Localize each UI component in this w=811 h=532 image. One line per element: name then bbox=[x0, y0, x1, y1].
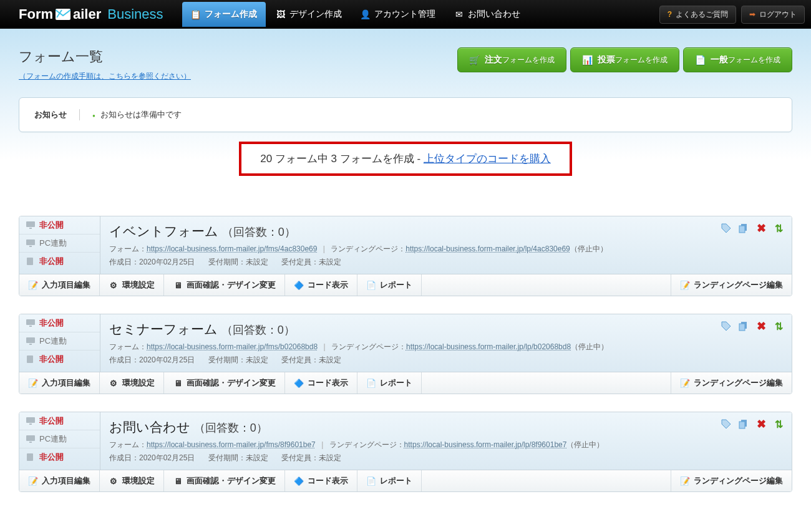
notice-box: お知らせ ●お知らせは準備中です bbox=[19, 97, 792, 132]
action-report[interactable]: 📄レポート bbox=[357, 274, 422, 296]
create-button-0[interactable]: 🛒注文フォームを作成 bbox=[457, 47, 566, 72]
action-env[interactable]: ⚙環境設定 bbox=[100, 274, 164, 296]
status-lp-visibility[interactable]: 非公開 bbox=[19, 448, 100, 466]
nav-tab-3[interactable]: ✉お問い合わせ bbox=[445, 2, 529, 27]
status-lp-visibility[interactable]: 非公開 bbox=[19, 351, 100, 368]
code-icon: 🔷 bbox=[294, 280, 304, 290]
quota-link[interactable]: 上位タイプのコードを購入 bbox=[424, 153, 551, 165]
delete-icon[interactable]: ✖ bbox=[755, 418, 767, 430]
svg-rect-18 bbox=[29, 442, 32, 443]
action-report[interactable]: 📄レポート bbox=[357, 470, 422, 491]
doc-icon bbox=[26, 453, 36, 462]
create-buttons: 🛒注文フォームを作成📊投票フォームを作成📄一般フォームを作成 bbox=[457, 47, 792, 72]
status-lp-visibility[interactable]: 非公開 bbox=[19, 253, 100, 270]
logo[interactable]: Form ailer Business bbox=[19, 6, 163, 22]
status-column: 非公開 PC連動 非公開 bbox=[19, 412, 100, 470]
action-design[interactable]: 🖥画面確認・デザイン変更 bbox=[164, 372, 285, 394]
action-env[interactable]: ⚙環境設定 bbox=[100, 372, 164, 394]
tag-icon[interactable] bbox=[721, 321, 732, 332]
form-title: お問い合わせ （回答数：0） bbox=[109, 418, 783, 436]
nav-tab-1[interactable]: 🖼デザイン作成 bbox=[267, 2, 351, 27]
nav-tabs: 📋フォーム作成🖼デザイン作成👤アカウント管理✉お問い合わせ bbox=[182, 2, 529, 27]
copy-icon[interactable] bbox=[738, 223, 749, 234]
help-link[interactable]: （フォームの作成手順は、こちらを参照ください） bbox=[19, 72, 191, 80]
action-edit-items[interactable]: 📝入力項目編集 bbox=[19, 274, 100, 296]
form-url-link[interactable]: https://local-business.form-mailer.jp/fm… bbox=[147, 342, 318, 351]
action-report[interactable]: 📄レポート bbox=[357, 372, 422, 394]
status-visibility[interactable]: 非公開 bbox=[19, 412, 100, 430]
doc-icon bbox=[26, 257, 36, 266]
lp-url-link[interactable]: https://local-business.form-mailer.jp/lp… bbox=[404, 440, 567, 449]
form-url-link[interactable]: https://local-business.form-mailer.jp/fm… bbox=[147, 440, 316, 449]
monitor-icon bbox=[26, 337, 36, 346]
action-design[interactable]: 🖥画面確認・デザイン変更 bbox=[164, 470, 285, 491]
delete-icon[interactable]: ✖ bbox=[755, 223, 767, 234]
form-meta: 作成日：2020年02月25日 受付期間：未設定 受付定員：未設定 bbox=[109, 453, 783, 463]
create-icon: 🛒 bbox=[469, 55, 480, 65]
move-icon[interactable]: ⇅ bbox=[773, 223, 784, 234]
create-button-2[interactable]: 📄一般フォームを作成 bbox=[683, 47, 792, 72]
action-lp-edit[interactable]: 📝ランディングページ編集 bbox=[671, 372, 792, 394]
tab-icon: 👤 bbox=[361, 9, 371, 19]
move-icon[interactable]: ⇅ bbox=[773, 418, 784, 430]
svg-rect-4 bbox=[29, 246, 32, 247]
nav-tab-2[interactable]: 👤アカウント管理 bbox=[352, 2, 444, 27]
lp-edit-icon: 📝 bbox=[680, 476, 690, 486]
form-urls: フォーム：https://local-business.form-mailer.… bbox=[109, 244, 783, 254]
edit-icon: 📝 bbox=[28, 280, 38, 290]
action-lp-edit[interactable]: 📝ランディングページ編集 bbox=[671, 274, 792, 296]
action-edit-items[interactable]: 📝入力項目編集 bbox=[19, 470, 100, 491]
preview-icon: 🖥 bbox=[173, 280, 183, 290]
form-url-link[interactable]: https://local-business.form-mailer.jp/fm… bbox=[147, 244, 317, 253]
create-button-1[interactable]: 📊投票フォームを作成 bbox=[570, 47, 679, 72]
action-design[interactable]: 🖥画面確認・デザイン変更 bbox=[164, 274, 285, 296]
action-code[interactable]: 🔷コード表示 bbox=[285, 372, 357, 394]
notice-body: ●お知らせは準備中です bbox=[92, 109, 182, 120]
status-pc-link[interactable]: PC連動 bbox=[19, 235, 100, 253]
monitor-icon bbox=[26, 435, 36, 443]
svg-rect-17 bbox=[26, 435, 35, 441]
action-env[interactable]: ⚙環境設定 bbox=[100, 470, 164, 491]
tab-icon: ✉ bbox=[454, 9, 464, 19]
logout-icon: ➡ bbox=[749, 10, 755, 19]
action-bar: 📝入力項目編集 ⚙環境設定 🖥画面確認・デザイン変更 🔷コード表示 📄レポート … bbox=[19, 372, 792, 394]
svg-rect-16 bbox=[29, 423, 32, 425]
form-meta: 作成日：2020年02月25日 受付期間：未設定 受付定員：未設定 bbox=[109, 355, 783, 365]
lp-url-link[interactable]: https://local-business.form-mailer.jp/lp… bbox=[406, 342, 571, 351]
status-visibility[interactable]: 非公開 bbox=[19, 216, 100, 235]
tag-icon[interactable] bbox=[721, 418, 732, 430]
preview-icon: 🖥 bbox=[173, 476, 183, 486]
mail-icon bbox=[56, 9, 70, 20]
status-column: 非公開 PC連動 非公開 bbox=[19, 216, 100, 274]
monitor-icon bbox=[26, 417, 36, 425]
status-pc-link[interactable]: PC連動 bbox=[19, 332, 100, 351]
copy-icon[interactable] bbox=[738, 321, 749, 332]
code-icon: 🔷 bbox=[294, 476, 304, 486]
logout-label: ログアウト bbox=[759, 9, 797, 20]
create-icon: 📊 bbox=[582, 55, 593, 65]
preview-icon: 🖥 bbox=[173, 378, 183, 388]
action-code[interactable]: 🔷コード表示 bbox=[285, 274, 357, 296]
action-lp-edit[interactable]: 📝ランディングページ編集 bbox=[671, 470, 792, 491]
faq-button[interactable]: ? よくあるご質問 bbox=[659, 6, 736, 24]
action-edit-items[interactable]: 📝入力項目編集 bbox=[19, 372, 100, 394]
status-pc-link[interactable]: PC連動 bbox=[19, 430, 100, 448]
tag-icon[interactable] bbox=[721, 223, 732, 234]
form-card: 非公開 PC連動 非公開 お問い合わせ （回答数：0） フォーム：https:/… bbox=[19, 412, 792, 492]
move-icon[interactable]: ⇅ bbox=[773, 321, 784, 332]
monitor-icon bbox=[26, 319, 36, 327]
notice-title: お知らせ bbox=[34, 109, 80, 120]
action-code[interactable]: 🔷コード表示 bbox=[285, 470, 357, 491]
copy-icon[interactable] bbox=[738, 418, 749, 430]
monitor-icon bbox=[26, 239, 36, 248]
logout-button[interactable]: ➡ ログアウト bbox=[741, 6, 805, 24]
delete-icon[interactable]: ✖ bbox=[755, 321, 767, 332]
report-icon: 📄 bbox=[366, 280, 376, 290]
edit-icon: 📝 bbox=[28, 378, 38, 388]
report-icon: 📄 bbox=[366, 378, 376, 388]
nav-tab-0[interactable]: 📋フォーム作成 bbox=[182, 2, 266, 27]
lp-url-link[interactable]: https://local-business.form-mailer.jp/lp… bbox=[406, 244, 570, 253]
svg-rect-9 bbox=[29, 326, 32, 327]
form-urls: フォーム：https://local-business.form-mailer.… bbox=[109, 440, 783, 450]
status-visibility[interactable]: 非公開 bbox=[19, 314, 100, 332]
